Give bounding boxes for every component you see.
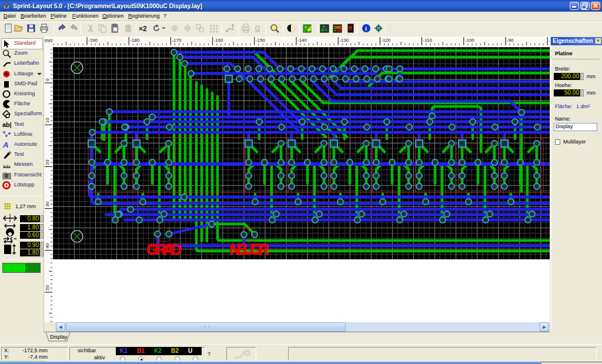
svg-text:50: 50 — [45, 285, 50, 290]
svg-text:A: A — [2, 141, 8, 149]
svg-text:ab|: ab| — [2, 121, 11, 128]
svg-text:-130: -130 — [339, 38, 349, 43]
svg-text:-120: -120 — [381, 38, 391, 43]
svg-text:-90: -90 — [507, 38, 514, 43]
svg-text:40: 40 — [45, 243, 50, 248]
svg-text:10: 10 — [45, 118, 50, 123]
svg-text:DRC: DRC — [334, 25, 343, 29]
svg-text:-140: -140 — [297, 38, 307, 43]
svg-text:-180: -180 — [130, 38, 140, 43]
svg-text:i: i — [365, 25, 367, 32]
svg-text:-150: -150 — [256, 38, 266, 43]
svg-text:-110: -110 — [423, 38, 433, 43]
svg-text:GRAD: GRAD — [146, 241, 182, 258]
svg-text:-80: -80 — [549, 38, 550, 43]
svg-text:30: 30 — [45, 201, 50, 206]
svg-text:×2: ×2 — [139, 25, 147, 33]
svg-text:-160: -160 — [214, 38, 224, 43]
svg-text:-170: -170 — [172, 38, 182, 43]
svg-text:Display: Display — [50, 334, 68, 340]
svg-text:?: ? — [322, 25, 325, 30]
svg-text:NEUGR: NEUGR — [229, 241, 269, 258]
svg-text:0: 0 — [45, 78, 50, 81]
svg-text:-190: -190 — [88, 38, 98, 43]
svg-text:20: 20 — [45, 159, 50, 165]
svg-text:-100: -100 — [465, 38, 475, 43]
